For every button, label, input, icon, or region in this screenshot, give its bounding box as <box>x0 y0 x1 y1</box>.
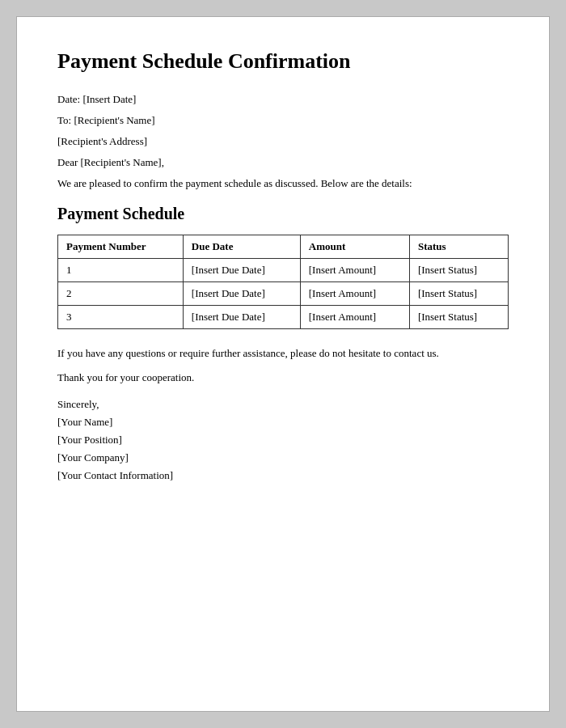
col-header-payment-number: Payment Number <box>58 235 184 259</box>
table-cell: [Insert Due Date] <box>183 282 300 306</box>
greeting-line: Dear [Recipient's Name], <box>57 156 509 169</box>
footer-text-2: Thank you for your cooperation. <box>57 371 509 384</box>
address-line: [Recipient's Address] <box>57 135 509 148</box>
table-body: 1[Insert Due Date][Insert Amount][Insert… <box>58 259 509 329</box>
payment-table: Payment Number Due Date Amount Status 1[… <box>57 235 509 329</box>
sign-company: [Your Company] <box>57 451 129 463</box>
table-cell: 3 <box>58 306 184 329</box>
table-cell: [Insert Status] <box>409 306 508 329</box>
sign-contact: [Your Contact Information] <box>57 469 173 481</box>
footer-text-1: If you have any questions or require fur… <box>57 347 509 360</box>
intro-text: We are pleased to confirm the payment sc… <box>57 177 509 190</box>
table-cell: [Insert Status] <box>409 259 508 282</box>
col-header-amount: Amount <box>300 235 409 259</box>
table-row: 1[Insert Due Date][Insert Amount][Insert… <box>58 259 509 282</box>
table-cell: [Insert Due Date] <box>183 306 300 329</box>
table-row: 2[Insert Due Date][Insert Amount][Insert… <box>58 282 509 306</box>
table-cell: [Insert Amount] <box>300 306 409 329</box>
table-header-row: Payment Number Due Date Amount Status <box>58 235 509 259</box>
signature-block: Sincerely, [Your Name] [Your Position] [… <box>57 396 509 485</box>
table-row: 3[Insert Due Date][Insert Amount][Insert… <box>58 306 509 329</box>
section-title: Payment Schedule <box>57 205 509 223</box>
col-header-due-date: Due Date <box>183 235 300 259</box>
sign-name: [Your Name] <box>57 416 112 428</box>
table-cell: [Insert Status] <box>409 282 508 306</box>
document-title: Payment Schedule Confirmation <box>57 49 509 74</box>
table-cell: 1 <box>58 259 184 282</box>
table-cell: [Insert Due Date] <box>183 259 300 282</box>
sign-sincerely: Sincerely, <box>57 398 99 410</box>
table-cell: [Insert Amount] <box>300 259 409 282</box>
col-header-status: Status <box>409 235 508 259</box>
date-line: Date: [Insert Date] <box>57 93 509 106</box>
to-line: To: [Recipient's Name] <box>57 114 509 127</box>
table-cell: [Insert Amount] <box>300 282 409 306</box>
sign-position: [Your Position] <box>57 434 122 446</box>
table-cell: 2 <box>58 282 184 306</box>
document-page: Payment Schedule Confirmation Date: [Ins… <box>16 16 550 712</box>
